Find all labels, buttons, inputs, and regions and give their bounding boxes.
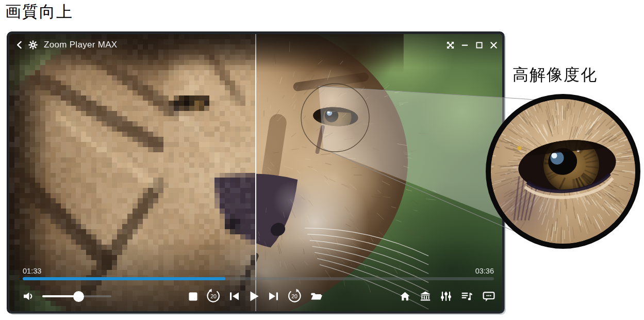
- playlist-icon[interactable]: [461, 291, 473, 301]
- seekbar-fill: [23, 277, 225, 280]
- minimize-icon[interactable]: [460, 41, 469, 50]
- magnified-eye-image: [491, 99, 635, 244]
- window-title: Zoom Player MAX: [44, 40, 117, 50]
- fullscreen-icon[interactable]: [446, 41, 455, 50]
- play-button[interactable]: [247, 290, 260, 302]
- speaker-icon[interactable]: [23, 291, 35, 301]
- back-icon[interactable]: [15, 40, 22, 50]
- page: 画質向上: [0, 0, 644, 320]
- volume-knob[interactable]: [73, 291, 84, 302]
- magnifier-circle: [486, 94, 640, 249]
- video-area: Zoom Player MAX: [9, 34, 502, 311]
- total-time: 03:36: [475, 267, 494, 275]
- settings-gear-icon[interactable]: [28, 40, 38, 50]
- seekbar[interactable]: [23, 277, 494, 280]
- stop-button[interactable]: [188, 292, 198, 301]
- replay-20-label: 20: [210, 293, 217, 299]
- equalizer-icon[interactable]: [440, 291, 452, 302]
- close-icon[interactable]: [489, 41, 498, 50]
- replay-20-button[interactable]: 20: [206, 289, 221, 304]
- previous-button[interactable]: [229, 291, 240, 301]
- forward-20-button[interactable]: 20: [287, 289, 302, 304]
- volume-slider[interactable]: [42, 291, 111, 302]
- open-file-icon[interactable]: [310, 291, 323, 301]
- feature-buttons: [400, 287, 495, 305]
- page-heading: 画質向上: [5, 1, 73, 23]
- time-display: 01:33 03:36: [23, 267, 494, 275]
- elapsed-time: 01:33: [23, 267, 41, 275]
- chat-icon[interactable]: [483, 291, 495, 302]
- media-library-icon[interactable]: [420, 291, 431, 301]
- player-window: Zoom Player MAX: [7, 32, 504, 313]
- maximize-icon[interactable]: [475, 41, 484, 50]
- volume-controls: [23, 287, 111, 305]
- window-controls: [446, 41, 498, 50]
- callout-label: 高解像度化: [513, 64, 598, 86]
- home-icon[interactable]: [400, 291, 410, 301]
- forward-20-label: 20: [291, 293, 298, 299]
- transport-controls: 20 20: [188, 287, 323, 305]
- titlebar: Zoom Player MAX: [15, 38, 498, 52]
- next-button[interactable]: [268, 291, 279, 301]
